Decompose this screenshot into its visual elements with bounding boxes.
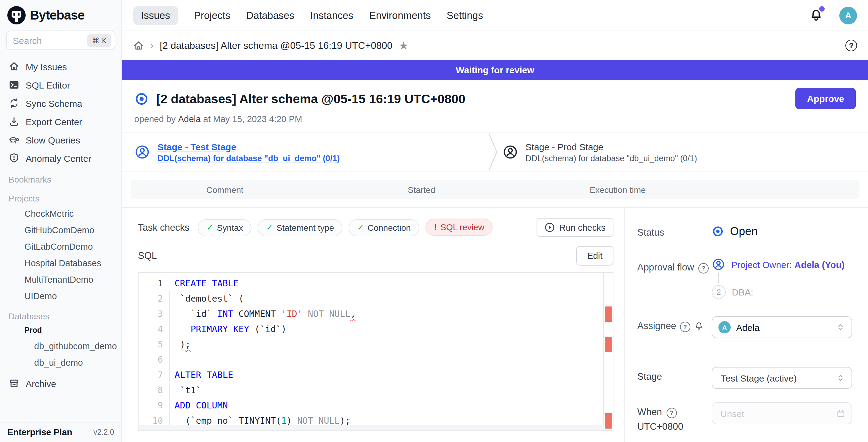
home-icon[interactable] [133, 40, 144, 51]
stage-task-link[interactable]: DDL(schema) for database "db_ui_demo" (0… [157, 154, 340, 163]
stage-name: Stage - Prod Stage [526, 141, 697, 152]
sidebar-item-export-center[interactable]: Export Center [0, 112, 121, 131]
user-avatar[interactable]: A [839, 6, 857, 24]
editor-marker-rail[interactable] [603, 273, 613, 431]
stage-card-stage-test-stage[interactable]: Stage - Test StageDDL(schema) for databa… [122, 132, 488, 171]
line-text: PRIMARY KEY (`id`) [169, 322, 287, 337]
sidebar-database-db-githubcom-demo[interactable]: db_githubcom_demo [0, 338, 121, 354]
check-pill-syntax[interactable]: ✓Syntax [198, 219, 251, 236]
subscribe-bell-icon[interactable] [694, 321, 704, 331]
tab-databases[interactable]: Databases [246, 6, 294, 25]
star-icon[interactable]: ★ [399, 39, 408, 52]
review-status-banner: Waiting for review [122, 60, 868, 80]
sidebar-item-my-issues[interactable]: My Issues [0, 57, 121, 76]
sidebar-section-projects: Projects [0, 186, 121, 205]
approval-step2-role: DBA: [732, 287, 753, 297]
stage-name[interactable]: Stage - Test Stage [157, 141, 340, 152]
sidebar-item-archive[interactable]: Archive [0, 374, 121, 392]
sidebar-project-checkmetric[interactable]: CheckMetric [0, 205, 121, 222]
edit-sql-button[interactable]: Edit [576, 246, 614, 265]
sidebar-project-gitlabcomdemo[interactable]: GitLabComDemo [0, 238, 121, 255]
sidebar-item-slow-queries[interactable]: Slow Queries [0, 131, 121, 149]
stage-person-icon [502, 144, 518, 160]
search-input[interactable]: Search ⌘ K [6, 31, 115, 50]
sidebar-project-uidemo[interactable]: UIDemo [0, 288, 121, 304]
sidebar-database-db-ui-demo[interactable]: db_ui_demo [0, 354, 121, 371]
sidebar-item-anomaly-center[interactable]: Anomaly Center [0, 149, 121, 167]
assignee-value: Adela [736, 322, 836, 333]
line-number: 9 [138, 398, 169, 413]
code-line-7: 7ALTER TABLE [138, 368, 613, 383]
top-nav: IssuesProjectsDatabasesInstancesEnvironm… [122, 0, 868, 31]
sidebar-item-label: My Issues [26, 61, 67, 72]
main-area: IssuesProjectsDatabasesInstancesEnvironm… [122, 0, 868, 442]
stage-card-stage-prod-stage[interactable]: Stage - Prod StageDDL(schema) for databa… [488, 132, 697, 171]
shield-icon [8, 153, 20, 164]
assignee-help-icon[interactable]: ? [680, 322, 690, 332]
tab-instances[interactable]: Instances [310, 6, 353, 25]
sidebar-project-hospital-databases[interactable]: Hospital Databases [0, 255, 121, 271]
breadcrumb: › [2 databases] Alter schema @05-15 16:1… [122, 31, 868, 60]
when-help-icon[interactable]: ? [666, 408, 677, 418]
sidebar-project-githubcomdemo[interactable]: GitHubComDemo [0, 222, 121, 238]
line-number: 8 [138, 383, 169, 398]
tab-projects[interactable]: Projects [194, 6, 230, 25]
issue-header: [2 databases] Alter schema @05-15 16:19 … [122, 80, 868, 124]
line-number: 3 [138, 307, 169, 322]
tab-issues[interactable]: Issues [133, 6, 178, 25]
tab-environments[interactable]: Environments [369, 6, 431, 25]
sidebar-item-sync-schema[interactable]: Sync Schema [0, 94, 121, 112]
calendar-icon [836, 409, 845, 418]
plan-version: v2.2.0 [93, 428, 114, 437]
approve-button[interactable]: Approve [795, 88, 856, 109]
brand-logo[interactable]: Bytebase [0, 0, 121, 28]
help-icon[interactable]: ? [845, 40, 857, 51]
status-field: Status Open [637, 223, 856, 238]
stage-label: Stage [637, 367, 712, 389]
check-pills: ✓Syntax✓Statement type✓Connection!SQL re… [198, 219, 499, 236]
check-pill-connection[interactable]: ✓Connection [348, 219, 419, 236]
approval-help-icon[interactable]: ? [698, 263, 709, 274]
approval-steps: Project Owner: Adela (You) 2 DBA: [712, 258, 844, 299]
stage-select[interactable]: Test Stage (active) [712, 367, 852, 389]
sidebar-footer[interactable]: Enterprise Plan v2.2.0 [0, 422, 121, 442]
approval-step-1[interactable]: Project Owner: Adela (You) [712, 258, 844, 271]
code-line-3: 3 `id` INT COMMENT 'ID' NOT NULL, [138, 307, 613, 322]
task-table-header: CommentStartedExecution time [131, 180, 860, 199]
status-value: Open [730, 225, 758, 238]
task-detail-column: Task checks ✓Syntax✓Statement type✓Conne… [122, 208, 624, 442]
chevron-up-down-icon [836, 373, 845, 383]
sidebar-item-label: Anomaly Center [26, 153, 91, 163]
play-circle-icon [545, 222, 555, 232]
sidebar-item-sql-editor[interactable]: SQL Editor [0, 76, 121, 94]
tab-settings[interactable]: Settings [446, 6, 483, 25]
terminal-icon [8, 80, 20, 90]
notifications-button[interactable] [809, 8, 824, 23]
check-pill-sql-review[interactable]: !SQL review [426, 219, 493, 236]
when-label: When [637, 407, 662, 418]
when-datetime-input[interactable]: Unset [712, 402, 852, 424]
line-number: 2 [138, 291, 169, 307]
sidebar-section-databases: Databases [0, 304, 121, 323]
error-marker-line-3 [605, 307, 612, 322]
run-checks-button[interactable]: Run checks [536, 218, 614, 237]
check-icon: ✓ [357, 223, 364, 232]
sidebar-project-multitenantdemo[interactable]: MultiTenantDemo [0, 271, 121, 288]
line-number: 5 [138, 337, 169, 352]
editor-horizontal-scrollbar[interactable] [138, 425, 604, 431]
check-pill-label: Statement type [277, 223, 334, 232]
approval-name: Adela (You) [795, 259, 844, 270]
code-line-1: 1CREATE TABLE [138, 276, 613, 291]
breadcrumb-title: [2 databases] Alter schema @05-15 16:19 … [160, 40, 393, 51]
sql-editor[interactable]: 1CREATE TABLE2 `demotest` (3 `id` INT CO… [138, 272, 614, 431]
check-pill-statement-type[interactable]: ✓Statement type [257, 219, 342, 236]
sql-code: 1CREATE TABLE2 `demotest` (3 `id` INT CO… [138, 273, 613, 429]
breadcrumb-separator: › [150, 39, 154, 52]
approval-connector [718, 273, 719, 283]
column-header-execution-time: Execution time [590, 185, 646, 194]
sql-header-row: SQL Edit [138, 246, 614, 265]
assignee-select[interactable]: A Adela [712, 316, 852, 338]
sidebar-menu: My IssuesSQL EditorSync SchemaExport Cen… [0, 57, 121, 167]
sql-label: SQL [138, 250, 576, 261]
search-placeholder: Search [13, 35, 88, 45]
